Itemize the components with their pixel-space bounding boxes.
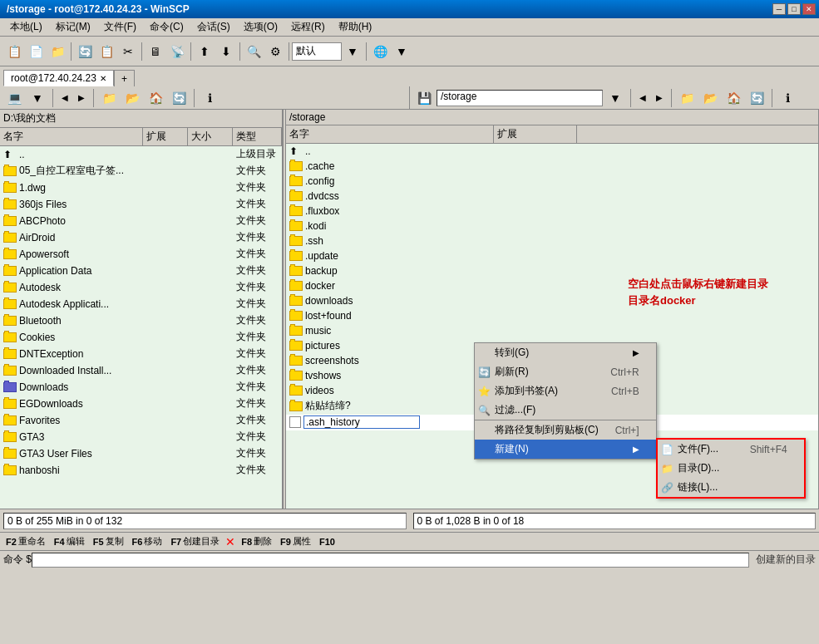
table-row[interactable]: Downloaded Install... 文件夹	[0, 362, 282, 379]
left-info[interactable]: ℹ	[200, 88, 220, 108]
toolbar-btn-6[interactable]: ✂	[118, 42, 138, 61]
right-home[interactable]: 🏠	[723, 88, 743, 108]
tab-session-1[interactable]: root@172.40.24.23 ✕	[3, 70, 114, 86]
table-row[interactable]: 360js Files 文件夹	[0, 196, 282, 213]
table-row[interactable]: Cookies 文件夹	[0, 329, 282, 346]
table-row[interactable]: DNTException 文件夹	[0, 346, 282, 362]
ctx-refresh[interactable]: 🔄 刷新(R) Ctrl+R	[475, 362, 656, 381]
table-row[interactable]: ⬆.. 上级目录	[0, 146, 282, 163]
btn-f6[interactable]: F6 移动	[130, 535, 165, 548]
btn-f8[interactable]: F8 删除	[239, 535, 274, 548]
ctx-bookmark[interactable]: ⭐ 添加到书签(A) Ctrl+B	[475, 381, 656, 401]
table-row[interactable]: GTA3 User Files 文件夹	[0, 445, 282, 462]
table-row[interactable]: .config	[286, 174, 818, 189]
tab-close[interactable]: ✕	[100, 74, 106, 83]
table-row[interactable]: ABCPhoto 文件夹	[0, 213, 282, 229]
right-refresh[interactable]: 🔄	[747, 88, 767, 108]
menu-help[interactable]: 帮助(H)	[332, 18, 379, 36]
right-col-name[interactable]: 名字	[286, 125, 494, 143]
right-path-dropdown[interactable]: ▼	[605, 88, 625, 108]
ctx-copypath[interactable]: 将路径复制到剪贴板(C) Ctrl+]	[475, 420, 656, 440]
left-home[interactable]: 🏠	[146, 88, 165, 108]
table-row[interactable]: EGDownloads 文件夹	[0, 396, 282, 412]
right-fwd-btn[interactable]: ▶	[652, 90, 667, 106]
left-file-list[interactable]: 名字 扩展 大小 类型 ⬆.. 上级目录 05_自控工程室电子签... 文件夹 …	[0, 128, 282, 509]
maximize-button[interactable]: □	[787, 3, 801, 15]
table-row[interactable]: Favorites 文件夹	[0, 412, 282, 429]
btn-f5[interactable]: F5 复制	[91, 535, 126, 548]
table-row[interactable]: AirDroid 文件夹	[0, 229, 282, 246]
toolbar-btn-4[interactable]: 🔄	[75, 42, 95, 61]
left-col-type[interactable]: 类型	[233, 128, 282, 145]
table-row[interactable]: 1.dwg 文件夹	[0, 179, 282, 196]
table-row[interactable]: Autodesk 文件夹	[0, 279, 282, 296]
submenu-dir[interactable]: 📁 目录(D)...	[658, 459, 804, 478]
btn-f10[interactable]: F10	[317, 537, 339, 547]
toolbar-btn-14[interactable]: 🌐	[370, 42, 390, 61]
table-row[interactable]: Bluetooth 文件夹	[0, 312, 282, 329]
left-col-size[interactable]: 大小	[188, 128, 233, 145]
command-input[interactable]	[32, 553, 749, 568]
right-info[interactable]: ℹ	[777, 88, 797, 108]
btn-f2[interactable]: F2 重命名	[3, 535, 48, 548]
left-refresh[interactable]: 🔄	[169, 88, 189, 108]
toolbar-btn-2[interactable]: 📄	[26, 42, 46, 61]
menu-mark[interactable]: 标记(M)	[49, 18, 97, 36]
menu-remote[interactable]: 远程(R)	[284, 18, 332, 36]
toolbar-btn-1[interactable]: 📋	[4, 42, 24, 61]
ctx-new[interactable]: 新建(N) ▶	[475, 440, 656, 459]
left-fwd-btn[interactable]: ▶	[74, 90, 89, 106]
menu-local[interactable]: 本地(L)	[3, 18, 49, 36]
ctx-goto[interactable]: 转到(G) ▶	[475, 343, 656, 362]
toolbar-btn-5[interactable]: 📋	[96, 42, 116, 61]
toolbar-btn-15[interactable]: ▼	[392, 42, 412, 61]
table-row[interactable]: .dvdcss	[286, 189, 818, 204]
table-row[interactable]: Apowersoft 文件夹	[0, 246, 282, 263]
table-row[interactable]: Application Data 文件夹	[0, 263, 282, 279]
right-folder-icon[interactable]: 📁	[677, 88, 697, 108]
right-new-folder[interactable]: 📂	[700, 88, 720, 108]
toolbar-btn-7[interactable]: 🖥	[146, 42, 165, 61]
table-row[interactable]: music	[286, 323, 818, 338]
profile-dropdown[interactable]: 默认	[292, 42, 342, 61]
toolbar-btn-3[interactable]: 📁	[47, 42, 67, 61]
ctx-filter[interactable]: 🔍 过滤...(F)	[475, 401, 656, 420]
table-row[interactable]: Autodesk Applicati... 文件夹	[0, 296, 282, 312]
table-row[interactable]: lost+found	[286, 308, 818, 323]
toolbar-btn-8[interactable]: 📡	[167, 42, 187, 61]
right-path-input[interactable]: /storage	[437, 90, 603, 106]
close-button[interactable]: ✕	[802, 3, 816, 15]
toolbar-btn-11[interactable]: 🔍	[244, 42, 264, 61]
toolbar-btn-13[interactable]: ▼	[343, 42, 363, 61]
menu-file[interactable]: 文件(F)	[97, 18, 143, 36]
table-row[interactable]: .update	[286, 248, 818, 263]
menu-command[interactable]: 命令(C)	[143, 18, 190, 36]
left-col-ext[interactable]: 扩展	[143, 128, 188, 145]
submenu-file[interactable]: 📄 文件(F)... Shift+F4	[658, 440, 804, 459]
btn-f4[interactable]: F4 编辑	[52, 535, 87, 548]
toolbar-btn-12[interactable]: ⚙	[265, 42, 285, 61]
left-drive-dropdown[interactable]: ▼	[27, 88, 47, 108]
table-row[interactable]: ⬆..	[286, 144, 818, 159]
right-back-btn[interactable]: ◀	[635, 90, 650, 106]
menu-options[interactable]: 选项(O)	[237, 18, 284, 36]
menu-session[interactable]: 会话(S)	[190, 18, 237, 36]
right-drive-icon[interactable]: 💾	[414, 88, 434, 108]
toolbar-btn-10[interactable]: ⬇	[216, 42, 236, 61]
inline-edit-input[interactable]	[303, 415, 420, 429]
btn-f9[interactable]: F9 属性	[278, 535, 313, 548]
table-row[interactable]: .kodi	[286, 219, 818, 234]
left-col-name[interactable]: 名字	[0, 128, 143, 145]
minimize-button[interactable]: ─	[772, 3, 786, 15]
left-drive-icon[interactable]: 💻	[4, 88, 24, 108]
btn-f7[interactable]: F7 创建目录	[168, 535, 222, 548]
table-row[interactable]: GTA3 文件夹	[0, 429, 282, 445]
table-row[interactable]: 05_自控工程室电子签... 文件夹	[0, 163, 282, 179]
submenu-link[interactable]: 🔗 链接(L)...	[658, 478, 804, 497]
tab-add[interactable]: +	[114, 70, 135, 86]
left-new-folder[interactable]: 📂	[122, 88, 142, 108]
table-row[interactable]: .fluxbox	[286, 204, 818, 219]
table-row[interactable]: .cache	[286, 159, 818, 174]
left-back-btn[interactable]: ◀	[57, 90, 72, 106]
right-col-ext[interactable]: 扩展	[494, 125, 577, 143]
